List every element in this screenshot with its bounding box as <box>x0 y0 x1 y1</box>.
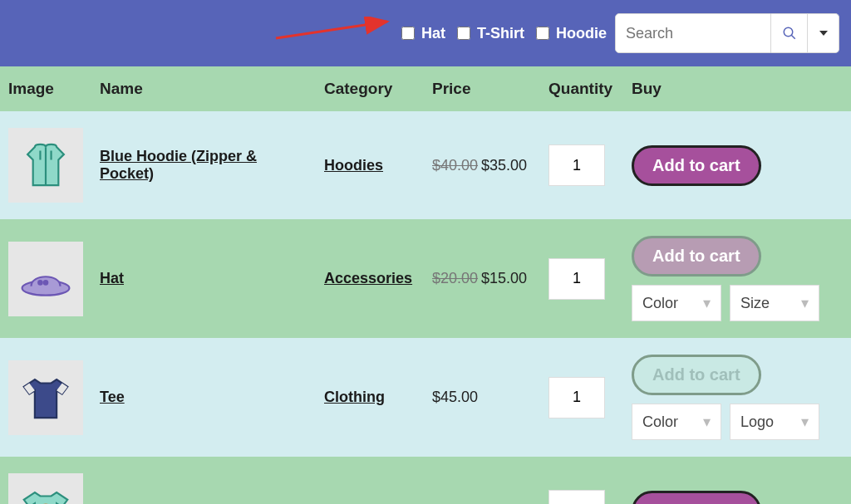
svg-point-5 <box>37 280 43 286</box>
th-buy: Buy <box>623 66 851 111</box>
filter-hat[interactable]: Hat <box>401 25 445 42</box>
price-old: $40.00 <box>432 157 478 174</box>
quantity-input[interactable] <box>548 258 605 300</box>
product-name-link[interactable]: Blue Hoodie (Zipper & Pocket) <box>100 148 257 182</box>
table-header-row: Image Name Category Price Quantity Buy <box>0 66 851 111</box>
table-row: Blue Hoodie (Zipper & Pocket) Hoodies $4… <box>0 111 851 219</box>
price-new: $15.00 <box>481 270 527 286</box>
product-thumb[interactable] <box>8 128 83 203</box>
category-link[interactable]: Hoodies <box>324 157 383 174</box>
tshirt-logo-icon <box>17 482 75 504</box>
svg-line-3 <box>791 35 795 39</box>
filter-group: Hat T-Shirt Hoodie <box>401 25 607 42</box>
hoodie-icon <box>17 136 75 194</box>
add-to-cart-button[interactable]: Add to cart <box>632 491 761 505</box>
size-select[interactable]: Size▾ <box>730 285 819 321</box>
search-icon <box>782 26 797 41</box>
caret-down-icon <box>819 31 828 36</box>
price-cell: $40.00$35.00 <box>424 111 540 219</box>
add-to-cart-button[interactable]: Add to cart <box>632 145 761 186</box>
chevron-down-icon: ▾ <box>801 413 809 431</box>
price-cell: $25.00$20.00 <box>424 457 540 504</box>
filter-hat-checkbox[interactable] <box>401 27 415 40</box>
search-button[interactable] <box>771 13 808 53</box>
price-new: $45.00 <box>432 389 478 405</box>
product-name-link[interactable]: Tee <box>100 389 125 405</box>
filter-hat-label: Hat <box>421 25 445 42</box>
color-select[interactable]: Color▾ <box>632 285 721 321</box>
quantity-input[interactable] <box>548 377 605 418</box>
tshirt-icon <box>17 369 75 427</box>
category-link[interactable]: Clothing <box>324 389 385 405</box>
product-table: Image Name Category Price Quantity Buy B… <box>0 66 851 504</box>
filter-tshirt-checkbox[interactable] <box>457 27 470 40</box>
filter-tshirt[interactable]: T-Shirt <box>457 25 524 42</box>
search-input[interactable] <box>615 13 771 53</box>
svg-line-1 <box>276 22 387 38</box>
filter-hoodie[interactable]: Hoodie <box>536 25 607 42</box>
filter-hoodie-label: Hoodie <box>556 25 607 42</box>
product-thumb[interactable] <box>8 360 83 435</box>
chevron-down-icon: ▾ <box>801 294 809 312</box>
th-category: Category <box>316 66 424 111</box>
quantity-input[interactable] <box>548 490 605 504</box>
chevron-down-icon: ▾ <box>703 294 711 312</box>
table-row: Hat Accessories $20.00$15.00 Add to cart… <box>0 219 851 338</box>
price-cell: $20.00$15.00 <box>424 219 540 338</box>
color-select[interactable]: Color▾ <box>632 404 721 440</box>
svg-point-2 <box>784 27 793 37</box>
price-old: $20.00 <box>432 270 478 286</box>
table-row: Tee Clothing $45.00 Add to cart Color▾ L… <box>0 338 851 457</box>
table-row: T-Shirt with Logo Tshirts $25.00$20.00 A… <box>0 457 851 504</box>
th-quantity: Quantity <box>540 66 623 111</box>
add-to-cart-button[interactable]: Add to cart <box>632 236 761 276</box>
search-dropdown-button[interactable] <box>808 13 839 53</box>
select-label: Logo <box>740 413 774 431</box>
header-bar: Hat T-Shirt Hoodie <box>0 0 851 66</box>
chevron-down-icon: ▾ <box>703 413 711 431</box>
price-new: $35.00 <box>481 157 527 174</box>
annotation-arrow <box>274 17 399 42</box>
th-price: Price <box>424 66 540 111</box>
hat-icon <box>17 250 75 308</box>
logo-select[interactable]: Logo▾ <box>730 404 819 440</box>
select-label: Color <box>642 413 678 431</box>
th-image: Image <box>0 66 91 111</box>
product-name-link[interactable]: Hat <box>100 270 124 286</box>
product-thumb[interactable] <box>8 242 83 316</box>
filter-hoodie-checkbox[interactable] <box>536 27 549 40</box>
category-link[interactable]: Accessories <box>324 270 412 286</box>
quantity-input[interactable] <box>548 144 605 186</box>
th-name: Name <box>91 66 316 111</box>
product-thumb[interactable] <box>8 473 83 504</box>
search-group <box>615 13 839 53</box>
select-label: Size <box>740 295 770 312</box>
filter-tshirt-label: T-Shirt <box>477 25 524 42</box>
select-label: Color <box>642 295 678 312</box>
svg-point-6 <box>43 280 49 286</box>
price-cell: $45.00 <box>424 338 540 457</box>
add-to-cart-button[interactable]: Add to cart <box>632 355 761 395</box>
